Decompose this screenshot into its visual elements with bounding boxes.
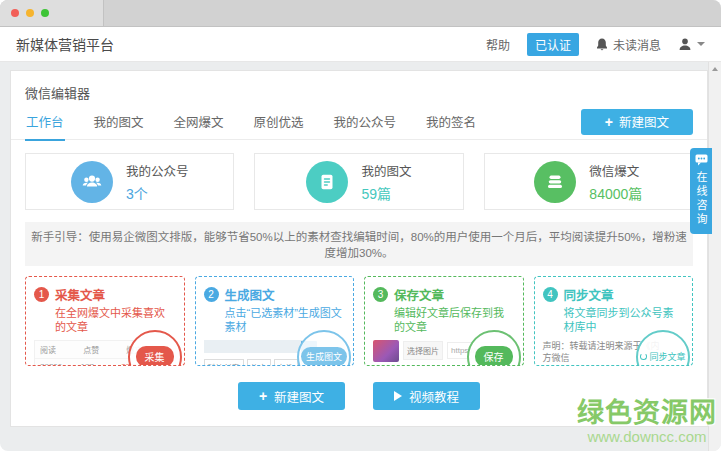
video-tutorial-label: 视频教程 [409, 387, 459, 406]
step-card-save: 3 保存文章 编辑好文章后保存到我的文章 选择图片 https://mmbiz.… [364, 276, 524, 366]
mini-col-reads: 阅读 [40, 344, 83, 355]
step-title: 保存文章 [394, 285, 444, 304]
verified-badge[interactable]: 已认证 [527, 33, 579, 56]
step-title: 同步文章 [564, 285, 614, 304]
watermark-url: www.downcc.com [577, 429, 717, 446]
tab-original-picks[interactable]: 原创优选 [253, 102, 305, 141]
scroll-up-icon[interactable] [712, 67, 718, 71]
new-article-footer-button[interactable]: + 新建图文 [238, 382, 345, 410]
sync-button-illustration: 同步文章 [640, 350, 685, 363]
step-number-badge: 2 [204, 287, 219, 302]
tag: 科技创意 [204, 359, 244, 367]
mini-image-thumbnail [373, 340, 399, 362]
step-number-badge: 4 [543, 287, 558, 302]
stat-value: 3个 [126, 183, 189, 203]
panel-title: 微信编辑器 [11, 71, 707, 104]
step-title: 生成图文 [225, 285, 275, 304]
sync-ring: 同步文章 [636, 330, 690, 367]
document-icon [306, 161, 348, 203]
tab-hot-articles[interactable]: 全网爆文 [173, 102, 225, 141]
users-icon [71, 161, 113, 203]
stat-card-accounts[interactable]: 我的公众号 3个 [25, 153, 234, 210]
step-illustration: 选择图片 https://mmbiz.qpi 保存 [373, 340, 515, 367]
unread-messages-label: 未读消息 [613, 36, 661, 53]
mini-col-likes: 点赞 [83, 344, 126, 355]
stat-label: 我的公众号 [126, 161, 189, 180]
watermark-title: 绿色资源网 [577, 399, 717, 429]
plus-icon: + [605, 114, 613, 130]
watermark: 绿色资源网 www.downcc.com [577, 399, 717, 445]
stats-row: 我的公众号 3个 我的图文 59篇 [11, 140, 707, 222]
mini-val-reads: 29206 [40, 362, 80, 367]
new-article-label: 新建图文 [619, 112, 669, 131]
minimize-window-button[interactable] [26, 9, 34, 17]
maximize-window-button[interactable] [41, 9, 49, 17]
app-title: 新媒体营销平台 [16, 34, 114, 54]
play-icon [394, 391, 402, 401]
collect-ring: 采集 [128, 330, 182, 367]
step-title: 采集文章 [55, 285, 105, 304]
step-card-collect: 1 采集文章 在全网爆文中采集喜欢的文章 阅读 点赞 爆文指数 29 [25, 276, 185, 366]
step-number-badge: 1 [34, 287, 49, 302]
chat-icon [695, 154, 708, 166]
editor-panel: 微信编辑器 工作台 我的图文 全网爆文 原创优选 我的公众号 我的签名 + 新建… [10, 70, 708, 427]
chevron-down-icon [697, 42, 705, 46]
help-link[interactable]: 帮助 [486, 36, 510, 53]
tab-my-accounts[interactable]: 我的公众号 [333, 102, 398, 141]
stat-card-hot-articles[interactable]: 微信爆文 84000篇 [484, 153, 693, 210]
step-illustration: 科技创意 体育 女性 互联网 生成图文 [204, 340, 346, 367]
sync-icon [640, 353, 647, 360]
step-illustration: 声明：转载请注明来源于《内 方微信 同步文章 [543, 340, 685, 367]
step-number-badge: 3 [373, 287, 388, 302]
tab-bar: 工作台 我的图文 全网爆文 原创优选 我的公众号 我的签名 + 新建图文 [11, 104, 707, 140]
step-card-sync: 4 同步文章 将文章同步到公众号素材库中 声明：转载请注明来源于《内 方微信 [534, 276, 694, 366]
header-actions: 帮助 已认证 未读消息 [486, 33, 705, 56]
stat-card-articles[interactable]: 我的图文 59篇 [254, 153, 463, 210]
close-window-button[interactable] [11, 9, 19, 17]
user-icon [678, 37, 692, 51]
tab-workbench[interactable]: 工作台 [25, 102, 65, 141]
browser-tab[interactable] [0, 0, 104, 26]
steps-row: 1 采集文章 在全网爆文中采集喜欢的文章 阅读 点赞 爆文指数 29 [11, 266, 707, 372]
page-body: 微信编辑器 工作台 我的图文 全网爆文 原创优选 我的公众号 我的签名 + 新建… [0, 62, 721, 451]
stat-value: 59篇 [361, 183, 411, 203]
generate-button-illustration: 生成图文 [301, 347, 347, 366]
mini-val-likes: 197 [80, 362, 120, 367]
user-menu[interactable] [678, 37, 705, 51]
mini-pick-image-label: 选择图片 [403, 341, 443, 360]
tab-my-signature[interactable]: 我的签名 [425, 102, 477, 141]
video-tutorial-button[interactable]: 视频教程 [373, 382, 480, 410]
collect-button-illustration: 采集 [136, 346, 174, 366]
stat-value: 84000篇 [589, 183, 642, 203]
new-article-footer-label: 新建图文 [274, 387, 324, 406]
generate-ring: 生成图文 [297, 330, 351, 367]
unread-messages-link[interactable]: 未读消息 [596, 36, 661, 53]
plus-icon: + [259, 388, 267, 404]
new-article-button[interactable]: + 新建图文 [581, 109, 693, 135]
tag: 体育 [247, 359, 271, 367]
step-illustration: 阅读 点赞 爆文指数 29206 197 89.37 采集 [34, 340, 176, 367]
app-header: 新媒体营销平台 帮助 已认证 未读消息 [0, 27, 721, 62]
online-consult-tab[interactable]: 在线咨询 [690, 148, 712, 234]
stat-label: 微信爆文 [589, 161, 642, 180]
step-card-generate: 2 生成图文 点击“已选素材”生成图文素材 科技创意 体育 女性 互联网 [195, 276, 355, 366]
stack-icon [534, 161, 576, 203]
bell-icon [596, 38, 608, 51]
tab-my-articles[interactable]: 我的图文 [93, 102, 145, 141]
browser-window: 新媒体营销平台 帮助 已认证 未读消息 微信编辑器 工作台 我的图文 全网爆文 [0, 0, 721, 451]
browser-titlebar [0, 0, 721, 27]
tag: 女性 [274, 359, 298, 367]
save-button-illustration: 保存 [475, 346, 513, 366]
beginner-guide-notice: 新手引导：使用易企微图文排版，能够节省50%以上的素材查找编辑时间，80%的用户… [25, 222, 693, 266]
save-ring: 保存 [467, 330, 521, 367]
online-consult-label: 在线咨询 [693, 171, 709, 227]
stat-label: 我的图文 [361, 161, 411, 180]
scrollbar[interactable] [708, 62, 721, 451]
